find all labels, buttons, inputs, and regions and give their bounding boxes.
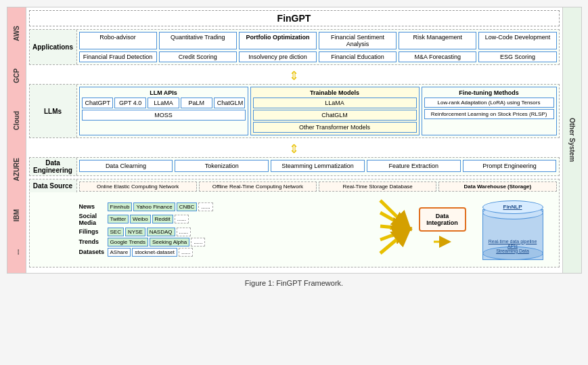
trainable-models-box: Trainable Models LLaMA ChatGLM Other Tra… bbox=[250, 87, 420, 135]
trainable-chatglm: ChatGLM bbox=[253, 110, 417, 121]
app-grid: Robo-advisor Quantitative Trading Portfo… bbox=[79, 32, 557, 62]
app-credit: Credit Scoring bbox=[159, 51, 237, 62]
ds-ashare: AShare bbox=[108, 248, 131, 257]
ds-sec: SEC bbox=[108, 228, 124, 236]
app-portfolio: Portfolio Optimization bbox=[239, 32, 317, 49]
ds-datasets-row: Datasets AShare stocknet-dataset ...... bbox=[79, 248, 373, 257]
llms-label: LLMs bbox=[30, 85, 77, 137]
cloud-label: Cloud bbox=[13, 108, 20, 133]
llm-apis-title: LLM APIs bbox=[82, 89, 246, 96]
other-system-label: Other System bbox=[568, 118, 576, 162]
ds-trends-row: Trends Google Trends Seeking Alpha .....… bbox=[79, 238, 373, 246]
yellow-arrows-area bbox=[376, 194, 416, 265]
ds-rows: News Finnhub Yahoo Finance CNBC ...... S… bbox=[79, 202, 373, 257]
ds-social-row: Social Media Twitter Weibo Reddit ...... bbox=[79, 213, 373, 226]
ds-news-row: News Finnhub Yahoo Finance CNBC ...... bbox=[79, 202, 373, 211]
app-fraud: Financial Fraud Detection bbox=[79, 51, 157, 62]
trainable-models-title: Trainable Models bbox=[253, 89, 417, 96]
ds-yahoo: Yahoo Finance bbox=[133, 202, 175, 211]
yellow-arrows-svg bbox=[377, 194, 414, 265]
app-lowcode: Low-Code Development bbox=[478, 32, 556, 49]
ds-trends-label: Trends bbox=[79, 238, 106, 245]
di-area: Data Integration bbox=[419, 207, 466, 252]
online-computing: Online Elastic Computing Network bbox=[79, 181, 197, 192]
app-esg: ESG Scoring bbox=[478, 51, 556, 62]
de-row: Data Clearning Tokenization Steamming Le… bbox=[79, 160, 557, 172]
ds-filings-items: SEC NYSE NASDAQ ...... bbox=[108, 228, 191, 236]
trainable-grid: LLaMA ChatGLM Other Transformer Models bbox=[253, 98, 417, 133]
data-integration-box: Data Integration bbox=[419, 207, 466, 232]
app-sentiment: Financial Sentiment Analysis bbox=[319, 32, 397, 49]
applications-content: Robo-advisor Quantitative Trading Portfo… bbox=[77, 30, 559, 64]
fine-tuning-title: Fine-tuning Methods bbox=[424, 89, 554, 96]
ds-stocknet: stocknet-dataset bbox=[132, 248, 177, 257]
figure-caption: Figure 1: FinGPT Framework. bbox=[245, 279, 343, 287]
de-prompt: Prompt Engineering bbox=[463, 160, 557, 172]
llm-gpt4: GPT 4.0 bbox=[114, 98, 146, 108]
ds-filings-label: Filings bbox=[79, 228, 106, 235]
ds-datasets-items: AShare stocknet-dataset ...... bbox=[108, 248, 194, 257]
fine-tuning-rl: Reinforcement Learning on Stock Prices (… bbox=[424, 109, 554, 119]
di-to-dw-arrow bbox=[432, 235, 453, 249]
applications-label: Applications bbox=[30, 30, 77, 64]
cloud-providers-bar: AWS GCP Cloud AZURE IBM ... bbox=[7, 7, 26, 273]
ds-datasets-label: Datasets bbox=[79, 249, 106, 255]
ds-datasets-more: ...... bbox=[179, 248, 193, 257]
fine-tuning-lora: Low-rank Adaptation (LoRA) using Tensors bbox=[424, 98, 554, 108]
llm-chatgpt: ChatGPT bbox=[82, 98, 114, 108]
data-engineering-content: Data Clearning Tokenization Steamming Le… bbox=[77, 158, 559, 175]
fine-tuning-box: Fine-tuning Methods Low-rank Adaptation … bbox=[422, 87, 557, 135]
ds-trends-more: ...... bbox=[191, 238, 205, 246]
dw-computing-label: Data Warehouse (Storage) bbox=[438, 181, 556, 192]
cylinder-container: FinNLP Real-time data pipelineAPIsStream… bbox=[482, 199, 543, 260]
de-clearning: Data Clearning bbox=[79, 160, 173, 172]
storage-db: Real-Time Storage Database bbox=[319, 181, 436, 192]
arrow-group bbox=[377, 194, 414, 265]
ds-cnbc: CNBC bbox=[177, 202, 198, 211]
app-row-1: Robo-advisor Quantitative Trading Portfo… bbox=[79, 32, 557, 49]
llm-palm: PaLM bbox=[181, 98, 212, 108]
llm-chatglm-api: ChatGLM bbox=[214, 98, 246, 108]
app-row-2: Financial Fraud Detection Credit Scoring… bbox=[79, 51, 557, 62]
offline-computing: Offline Real-Time Computing Network bbox=[199, 181, 317, 192]
arrow-app-to-llm: ⇕ bbox=[29, 68, 560, 83]
app-insolvency: Insolvency pre diction bbox=[239, 51, 317, 62]
app-robo-advisor: Robo-advisor bbox=[79, 32, 157, 49]
llms-content: LLM APIs ChatGPT GPT 4.0 LLaMA PaLM Chat… bbox=[77, 85, 559, 137]
ds-news-items: Finnhub Yahoo Finance CNBC ...... bbox=[108, 202, 213, 211]
ds-trends-items: Google Trends Seeking Alpha ...... bbox=[108, 238, 206, 246]
ds-filings-row: Filings SEC NYSE NASDAQ ...... bbox=[79, 228, 373, 236]
ds-social-more: ...... bbox=[175, 215, 189, 223]
llm-llama-api: LLaMA bbox=[148, 98, 179, 108]
llm-apis-box: LLM APIs ChatGPT GPT 4.0 LLaMA PaLM Chat… bbox=[79, 87, 248, 135]
llm-apis-grid: ChatGPT GPT 4.0 LLaMA PaLM ChatGLM MOSS bbox=[82, 98, 246, 121]
ds-seeking-alpha: Seeking Alpha bbox=[150, 238, 189, 246]
dw-sublabels: Real-time data pipelineAPIsStreaming Dat… bbox=[484, 239, 541, 253]
trainable-llama: LLaMA bbox=[253, 98, 417, 108]
ibm-label: IBM bbox=[13, 207, 20, 224]
fingpt-title: FinGPT bbox=[29, 10, 560, 26]
aws-label: AWS bbox=[13, 23, 20, 44]
ds-nasdaq: NASDAQ bbox=[147, 228, 175, 236]
ds-news-label: News bbox=[79, 203, 106, 210]
finnlp-label: FinNLP bbox=[503, 204, 522, 210]
applications-section: Applications Robo-advisor Quantitative T… bbox=[29, 29, 560, 65]
ds-main-row: News Finnhub Yahoo Finance CNBC ...... S… bbox=[79, 194, 557, 265]
other-system-bar: Other System bbox=[562, 7, 581, 273]
app-education: Financial Education bbox=[319, 51, 397, 62]
azure-label: AZURE bbox=[13, 155, 20, 184]
de-tokenization: Tokenization bbox=[175, 160, 269, 172]
ds-finnhub: Finnhub bbox=[108, 202, 133, 211]
de-feature: Feature Extraction bbox=[367, 160, 461, 172]
data-source-section: Data Source Online Elastic Computing Net… bbox=[29, 179, 560, 267]
ds-twitter: Twitter bbox=[108, 215, 129, 223]
ds-weibo: Weibo bbox=[130, 215, 151, 223]
ds-filings-more: ...... bbox=[177, 228, 191, 236]
ellipsis-label: ... bbox=[13, 246, 20, 257]
ds-reddit: Reddit bbox=[152, 215, 173, 223]
ds-social-label: Social Media bbox=[79, 213, 106, 226]
data-warehouse-area: FinNLP Real-time data pipelineAPIsStream… bbox=[469, 199, 557, 260]
arrow-llm-to-de: ⇕ bbox=[29, 142, 560, 156]
main-content: FinGPT Applications Robo-advisor Quantit… bbox=[26, 7, 562, 273]
app-ma: M&A Forecasting bbox=[399, 51, 476, 62]
